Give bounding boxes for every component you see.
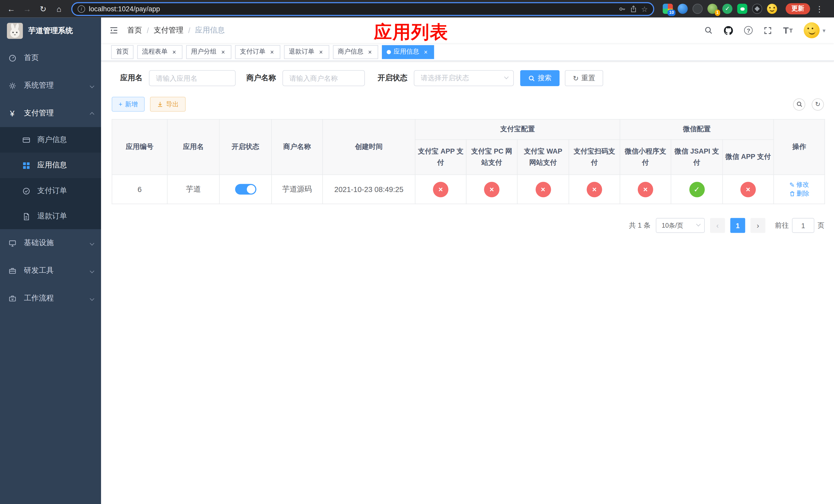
browser-update-button[interactable]: 更新 <box>786 3 810 14</box>
close-icon[interactable]: × <box>317 48 324 55</box>
cell-actions: ✎ 修改 删除 <box>774 175 825 204</box>
tab-user-group[interactable]: 用户分组 × <box>186 45 231 59</box>
password-key-icon[interactable] <box>619 5 626 13</box>
help-icon[interactable]: ? <box>744 26 753 35</box>
browser-reload-icon[interactable]: ↻ <box>36 2 50 16</box>
cell-merchant: 芋道源码 <box>271 175 323 204</box>
cell-alipay-app: × <box>415 175 466 204</box>
tab-pay-orders[interactable]: 支付订单 × <box>235 45 280 59</box>
page-1-button[interactable]: 1 <box>730 218 745 233</box>
share-icon[interactable] <box>630 5 638 13</box>
address-bar[interactable]: i localhost:1024/pay/app ☆ <box>71 2 654 16</box>
extension-check-icon[interactable]: ✓ <box>722 4 732 14</box>
browser-home-icon[interactable]: ⌂ <box>52 2 66 16</box>
search-button[interactable]: 搜索 <box>520 70 559 86</box>
close-icon[interactable]: × <box>220 48 227 55</box>
extension-drop-icon[interactable] <box>678 4 687 14</box>
url-text[interactable]: localhost:1024/pay/app <box>89 5 615 13</box>
sidebar-item-system[interactable]: 系统管理 <box>0 72 101 99</box>
goto-page-input[interactable] <box>792 218 814 233</box>
extension-dark-icon[interactable] <box>693 4 702 14</box>
edit-button[interactable]: ✎ 修改 <box>789 181 809 189</box>
sidebar-item-workflow[interactable]: 工作流程 <box>0 284 101 312</box>
sidebar-item-label: 退款订单 <box>37 211 67 221</box>
search-icon[interactable] <box>704 26 713 35</box>
breadcrumb-current: 应用信息 <box>195 26 225 35</box>
tab-process-form[interactable]: 流程表单 × <box>137 45 182 59</box>
page-size-select[interactable]: 10条/页 <box>656 218 705 233</box>
status-select[interactable]: 请选择开启状态 <box>414 70 514 86</box>
cell-alipay-qr: × <box>569 175 620 204</box>
document-icon <box>21 212 31 221</box>
status-toggle[interactable] <box>235 184 256 194</box>
reset-button[interactable]: ↻ 重置 <box>565 70 603 86</box>
success-status-icon: ✓ <box>689 182 704 197</box>
tab-app-info[interactable]: 应用信息 × <box>382 45 434 59</box>
extension-tray: 10 1 ✓ <box>663 4 777 14</box>
extension-pixel-icon[interactable]: 10 <box>663 4 673 14</box>
tab-label: 流程表单 <box>142 47 168 56</box>
app-logo-row[interactable]: 芋道管理系统 <box>0 18 101 44</box>
sidebar-item-infrastructure[interactable]: 基础设施 <box>0 229 101 257</box>
table-toolbar: + 新增 导出 <box>112 97 825 112</box>
status-select-placeholder: 请选择开启状态 <box>421 73 505 83</box>
close-icon[interactable]: × <box>367 48 373 55</box>
app-logo <box>7 23 23 39</box>
github-icon[interactable] <box>724 26 733 35</box>
merchant-name-input[interactable] <box>282 70 365 86</box>
refresh-button[interactable]: ↻ <box>812 98 824 111</box>
add-button[interactable]: + 新增 <box>112 97 145 112</box>
fullscreen-icon[interactable] <box>764 26 772 35</box>
extension-pinwheel-icon[interactable] <box>752 4 762 14</box>
bookmark-star-icon[interactable]: ☆ <box>641 5 648 13</box>
site-info-icon[interactable]: i <box>78 5 85 13</box>
sidebar-item-dev-tools[interactable]: 研发工具 <box>0 257 101 284</box>
app-table: 应用编号 应用名 开启状态 商户名称 创建时间 支付宝配置 微信配置 操作 支付… <box>112 119 825 204</box>
sidebar-item-label: 应用信息 <box>37 160 67 170</box>
app-title: 芋道管理系统 <box>28 26 73 36</box>
col-header-alipay-app: 支付宝 APP 支付 <box>415 139 466 175</box>
browser-menu-icon[interactable]: ⋮ <box>815 4 823 14</box>
sidebar-item-home[interactable]: 首页 <box>0 44 101 72</box>
col-header-actions: 操作 <box>774 119 825 175</box>
dashboard-icon <box>7 54 17 62</box>
delete-button[interactable]: 删除 <box>789 189 809 199</box>
col-header-status: 开启状态 <box>220 119 271 175</box>
extension-chat-icon[interactable] <box>737 4 747 14</box>
tab-label: 商户信息 <box>338 47 364 56</box>
active-dot <box>387 50 391 54</box>
close-icon[interactable]: × <box>268 48 276 55</box>
screen: ← → ↻ ⌂ i localhost:1024/pay/app ☆ 10 <box>0 0 834 504</box>
pagination: 共 1 条 10条/页 ‹ 1 › 前往 页 <box>112 218 825 233</box>
tab-merchant-info[interactable]: 商户信息 × <box>333 45 378 59</box>
font-size-icon[interactable]: TT <box>783 26 793 35</box>
next-page-button[interactable]: › <box>750 218 765 233</box>
extension-badge: 10 <box>667 9 676 16</box>
user-menu[interactable]: ▾ <box>804 22 826 38</box>
sidebar-item-pay-orders[interactable]: 支付订单 <box>0 178 101 204</box>
close-icon[interactable]: × <box>422 48 429 55</box>
sidebar-item-refund-orders[interactable]: 退款订单 <box>0 204 101 229</box>
sidebar-item-app-info[interactable]: 应用信息 <box>0 153 101 178</box>
extension-avatar-icon[interactable]: 1 <box>707 4 717 14</box>
sidebar-item-merchant-info[interactable]: 商户信息 <box>0 127 101 153</box>
prev-page-button[interactable]: ‹ <box>710 218 725 233</box>
breadcrumb-payment[interactable]: 支付管理 <box>154 26 183 35</box>
close-icon[interactable]: × <box>171 48 178 55</box>
sidebar-item-payment[interactable]: ¥ 支付管理 <box>0 99 101 127</box>
sidebar: 芋道管理系统 首页 <box>0 18 101 504</box>
breadcrumb: 首页 / 支付管理 / 应用信息 <box>127 26 225 35</box>
sidebar-fold-icon[interactable] <box>109 26 118 35</box>
tab-refund-orders[interactable]: 退款订单 × <box>284 45 329 59</box>
toggle-search-button[interactable] <box>793 98 805 111</box>
export-button[interactable]: 导出 <box>150 97 186 112</box>
breadcrumb-home[interactable]: 首页 <box>127 26 142 35</box>
tab-home[interactable]: 首页 <box>111 45 133 59</box>
browser-forward-icon[interactable]: → <box>20 2 34 16</box>
app-name-input[interactable] <box>149 70 236 86</box>
tab-label: 支付订单 <box>240 47 265 56</box>
browser-back-icon[interactable]: ← <box>4 2 18 16</box>
extension-emoji-icon[interactable] <box>767 4 777 14</box>
breadcrumb-separator: / <box>147 26 149 35</box>
filter-form: 应用名 商户名称 开启状态 请选择开启状态 搜索 <box>112 70 825 86</box>
